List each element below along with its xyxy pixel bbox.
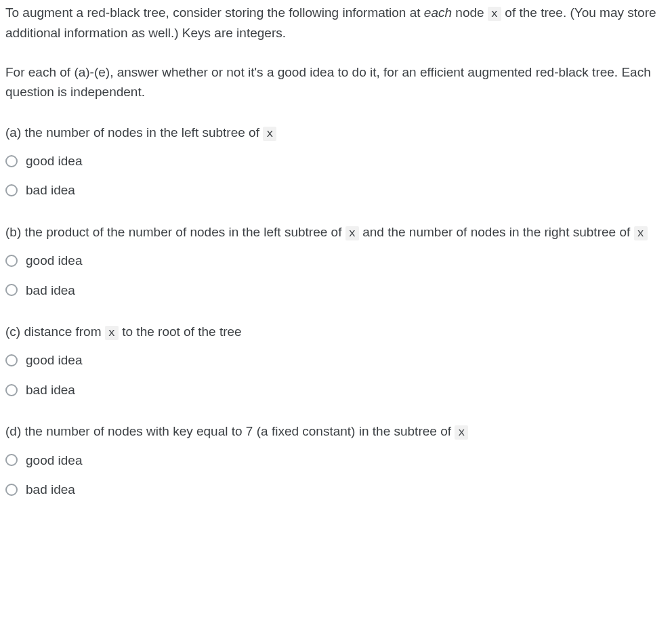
code-var-x: x xyxy=(488,7,501,21)
intro-emph: each xyxy=(424,5,452,20)
option-a-bad[interactable]: bad idea xyxy=(5,180,667,200)
question-a-text: (a) the number of nodes in the left subt… xyxy=(5,123,667,143)
option-label-bad: bad idea xyxy=(26,380,75,400)
option-c-good[interactable]: good idea xyxy=(5,350,667,370)
option-b-good[interactable]: good idea xyxy=(5,251,667,270)
radio-icon xyxy=(5,354,18,366)
radio-icon xyxy=(5,484,18,496)
option-label-good: good idea xyxy=(26,450,82,470)
radio-icon xyxy=(5,284,18,296)
option-label-bad: bad idea xyxy=(26,480,75,499)
option-a-good[interactable]: good idea xyxy=(5,151,667,171)
question-c-prefix: (c) distance from xyxy=(5,324,105,339)
code-var-x: x xyxy=(634,226,648,240)
option-label-good: good idea xyxy=(26,350,82,370)
question-a-prefix: (a) the number of nodes in the left subt… xyxy=(5,125,263,140)
radio-icon xyxy=(5,184,18,196)
question-c: (c) distance from x to the root of the t… xyxy=(5,322,667,400)
intro-text-1: To augment a red-black tree, consider st… xyxy=(5,5,424,20)
option-label-bad: bad idea xyxy=(26,280,75,300)
code-var-x: x xyxy=(455,425,468,440)
sub-intro-paragraph: For each of (a)-(e), answer whether or n… xyxy=(5,62,667,102)
option-b-bad[interactable]: bad idea xyxy=(5,280,667,300)
question-d-text: (d) the number of nodes with key equal t… xyxy=(5,421,667,442)
radio-icon xyxy=(5,454,18,466)
question-c-suffix: to the root of the tree xyxy=(119,324,242,339)
option-label-good: good idea xyxy=(26,251,82,270)
radio-icon xyxy=(5,255,18,267)
code-var-x: x xyxy=(105,326,119,340)
intro-text-2: node xyxy=(452,5,488,20)
code-var-x: x xyxy=(345,226,359,240)
option-d-good[interactable]: good idea xyxy=(5,450,667,470)
option-label-bad: bad idea xyxy=(26,180,75,200)
question-b: (b) the product of the number of nodes i… xyxy=(5,222,667,300)
question-b-mid: and the number of nodes in the right sub… xyxy=(359,225,634,239)
option-c-bad[interactable]: bad idea xyxy=(5,380,667,400)
radio-icon xyxy=(5,384,18,396)
question-d: (d) the number of nodes with key equal t… xyxy=(5,421,667,499)
intro-paragraph: To augment a red-black tree, consider st… xyxy=(5,3,667,43)
question-c-text: (c) distance from x to the root of the t… xyxy=(5,322,667,342)
code-var-x: x xyxy=(263,127,276,141)
question-a: (a) the number of nodes in the left subt… xyxy=(5,123,667,201)
question-b-text: (b) the product of the number of nodes i… xyxy=(5,222,667,243)
option-label-good: good idea xyxy=(26,151,82,171)
option-d-bad[interactable]: bad idea xyxy=(5,480,667,499)
radio-icon xyxy=(5,155,18,167)
question-d-prefix: (d) the number of nodes with key equal t… xyxy=(5,424,455,438)
question-b-prefix: (b) the product of the number of nodes i… xyxy=(5,225,345,239)
